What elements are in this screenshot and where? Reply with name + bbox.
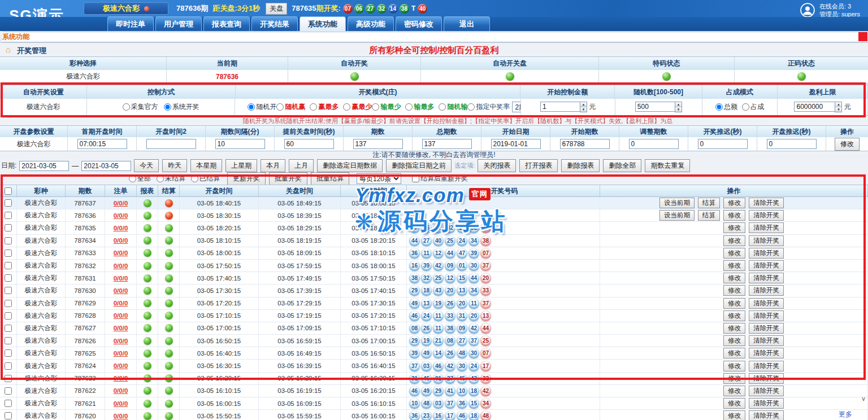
bets-link[interactable]: 0/0/0 [114,400,128,407]
bets-link[interactable]: 0/0/0 [114,200,128,207]
param-input-1[interactable] [77,139,127,149]
row-checkbox[interactable] [5,349,12,357]
scrollbar-down-arrow[interactable]: ∨ [861,395,866,403]
report-status-dot[interactable] [144,337,151,345]
select-all-checkbox[interactable] [5,187,12,195]
row-action-button[interactable]: 清除开奖 [749,298,784,309]
row-action-button[interactable]: 清除开奖 [749,248,784,259]
nav-tab-7[interactable]: 密码修改 [396,16,442,31]
radio-fixed-rate-input[interactable] [467,103,475,111]
bets-link[interactable]: 0/0/0 [114,375,128,382]
toolbar-button[interactable]: 关闭报表 [478,159,516,172]
radio-win-mode-input[interactable] [310,103,317,111]
row-action-button[interactable]: 修改 [723,210,745,221]
radio-control-mode[interactable]: 系统开奖 [164,102,199,112]
report-status-dot[interactable] [144,312,151,320]
special-code-status-dot[interactable] [662,72,671,81]
report-status-dot[interactable] [144,212,151,220]
more-link[interactable]: 更多 [839,410,852,419]
toolbar-button[interactable]: 期数去重复 [645,159,690,172]
param-input-6[interactable] [422,139,472,149]
report-status-dot[interactable] [144,412,151,420]
row-checkbox[interactable] [5,250,12,257]
radio-fixed-rate[interactable]: 指定中奖率 [467,102,510,112]
bets-link[interactable]: 0/0/0 [114,250,128,256]
batch-button[interactable]: 批量结算 [311,172,349,185]
bets-link[interactable]: 0/0/0 [114,387,128,394]
modify-params-button[interactable]: 修改 [835,138,860,151]
nav-tab-8[interactable]: 退出 [444,16,490,31]
batch-button[interactable]: 更新开奖 [227,172,266,185]
report-status-dot[interactable] [144,400,151,408]
nav-tab-2[interactable]: 用户管理 [155,16,202,31]
row-checkbox[interactable] [5,274,12,282]
row-checkbox[interactable] [5,212,12,219]
breadcrumb-section[interactable]: 系统功能 [2,32,868,42]
bets-link[interactable]: 0/0/0 [114,237,128,244]
report-status-dot[interactable] [144,237,151,244]
toolbar-button[interactable]: 本月 [261,159,285,172]
bets-link[interactable]: 0/0/0 [114,287,128,294]
nav-tab-6[interactable]: 高级功能 [348,16,394,31]
date-from-input[interactable] [19,161,69,171]
rate-select[interactable]: 2期中1 [512,102,521,112]
row-action-button[interactable]: 清除开奖 [749,285,784,296]
radio-settle-filter-input[interactable] [191,175,198,182]
random-number-input[interactable] [635,102,675,112]
param-input-3[interactable] [215,139,265,149]
amount-stepper[interactable]: ▲▼ [580,102,587,112]
report-status-dot[interactable] [144,262,151,270]
toolbar-button[interactable]: 删除指定日期之前 [386,159,452,172]
page-size-select[interactable]: 每页120条 [357,173,401,184]
settle-status-dot[interactable] [165,312,173,320]
row-action-button[interactable]: 修改 [723,260,745,271]
row-action-button[interactable]: 清除开奖 [749,386,784,396]
settle-status-dot[interactable] [165,274,173,282]
radio-lose-mode-input[interactable] [405,103,413,111]
settle-status-dot[interactable] [165,199,173,207]
param-input-11[interactable] [767,139,817,149]
report-status-dot[interactable] [144,374,151,382]
row-checkbox[interactable] [5,362,12,370]
radio-random-open-input[interactable] [248,103,255,111]
row-action-button[interactable]: 清除开奖 [749,323,784,334]
row-action-button[interactable]: 清除开奖 [749,273,784,283]
report-status-dot[interactable] [144,299,151,307]
normal-code-status-dot[interactable] [797,72,806,81]
radio-win-mode[interactable]: 随机赢 [276,102,305,112]
param-input-2[interactable] [146,139,196,149]
row-action-button[interactable]: 设当前期 [659,198,695,208]
report-status-dot[interactable] [144,199,151,207]
row-action-button[interactable]: 清除开奖 [749,373,784,384]
row-checkbox[interactable] [5,224,12,231]
row-action-button[interactable]: 修改 [723,273,745,283]
row-action-button[interactable]: 修改 [723,398,745,409]
batch-button[interactable]: 批量开奖 [269,172,307,185]
row-checkbox[interactable] [5,312,12,320]
radio-share-mode[interactable]: 总额 [715,102,737,112]
row-action-button[interactable]: 修改 [723,298,745,309]
toolbar-button[interactable]: 今天 [134,159,159,172]
nav-tab-4[interactable]: 开奖结果 [251,16,298,31]
radio-lose-mode[interactable]: 输最少 [372,102,401,112]
row-action-button[interactable]: 结算 [698,198,720,208]
close-market-button[interactable]: 关盘 [266,3,287,15]
settle-status-dot[interactable] [165,287,173,295]
start-amount-input[interactable] [540,102,580,112]
report-status-dot[interactable] [144,287,151,295]
settle-status-dot[interactable] [165,324,173,332]
row-action-button[interactable]: 修改 [723,410,745,420]
toolbar-button[interactable]: 上月 [289,159,314,172]
radio-share-mode-input[interactable] [715,103,723,111]
row-checkbox[interactable] [5,300,12,307]
row-action-button[interactable]: 清除开奖 [749,198,784,208]
bets-link[interactable]: 0/0/0 [114,225,128,231]
profit-limit-input[interactable] [794,102,835,112]
settle-status-dot[interactable] [165,224,173,232]
row-action-button[interactable]: 清除开奖 [749,335,784,346]
row-checkbox[interactable] [5,199,12,207]
toolbar-button[interactable]: 删除全部 [603,159,641,172]
resettle-checkbox-label[interactable]: 结算后重新开奖 [412,174,468,183]
bets-link[interactable]: 0/0/0 [114,275,128,282]
settle-status-dot[interactable] [165,374,173,382]
